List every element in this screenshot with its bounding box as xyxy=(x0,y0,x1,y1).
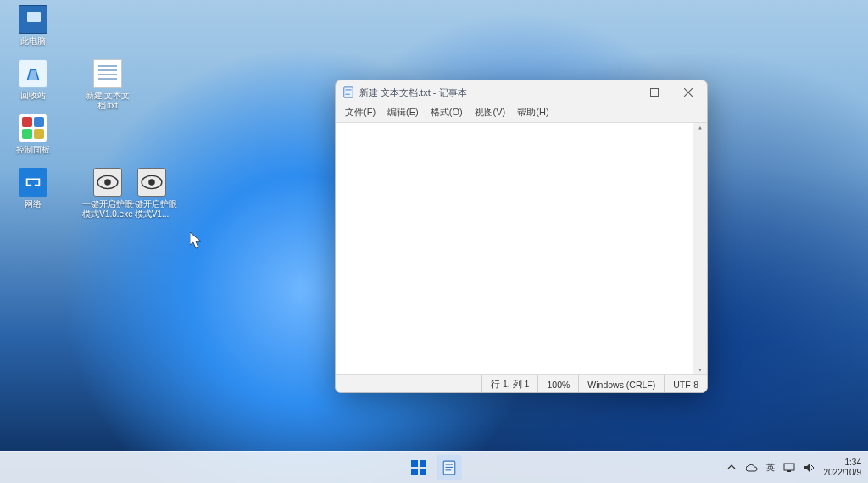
icon-label: 此电脑 xyxy=(7,36,59,47)
svg-rect-11 xyxy=(420,460,426,467)
eye-icon xyxy=(93,168,122,197)
tray-ime-language[interactable]: 英 xyxy=(766,462,775,474)
desktop-icon-text-file[interactable]: 新建 文本文档.txt xyxy=(81,59,134,111)
svg-rect-7 xyxy=(346,94,350,95)
desktop-icon-recycle-bin[interactable]: 回收站 xyxy=(7,59,59,101)
svg-point-1 xyxy=(104,179,111,186)
icon-label: 网络 xyxy=(7,199,59,209)
icon-label: 控制面板 xyxy=(7,145,59,155)
desktop-icon-network[interactable]: 网络 xyxy=(7,168,59,209)
svg-point-3 xyxy=(148,179,155,186)
mouse-cursor xyxy=(190,232,202,249)
svg-rect-9 xyxy=(651,89,659,97)
tray-chevron-icon[interactable] xyxy=(726,462,737,474)
svg-rect-12 xyxy=(411,469,418,475)
tray-volume-icon[interactable] xyxy=(804,462,815,474)
icon-label: 回收站 xyxy=(7,91,59,101)
svg-rect-15 xyxy=(446,464,453,464)
menu-file[interactable]: 文件(F) xyxy=(339,104,381,122)
svg-rect-13 xyxy=(420,469,426,475)
svg-rect-5 xyxy=(346,90,352,91)
svg-rect-16 xyxy=(446,466,453,467)
menu-format[interactable]: 格式(O) xyxy=(425,104,469,122)
scroll-up-icon[interactable]: ▴ xyxy=(698,123,702,131)
system-tray[interactable]: 英 1:34 2022/10/9 xyxy=(726,458,869,478)
vertical-scrollbar[interactable]: ▴ ▾ xyxy=(693,123,707,374)
menubar: 文件(F) 编辑(E) 格式(O) 视图(V) 帮助(H) xyxy=(336,104,707,122)
tray-date: 2022/10/9 xyxy=(824,468,862,478)
status-zoom: 100% xyxy=(537,375,578,392)
menu-view[interactable]: 视图(V) xyxy=(469,104,512,122)
text-editor[interactable]: ▴ ▾ xyxy=(336,122,707,375)
svg-rect-8 xyxy=(616,92,625,92)
network-icon xyxy=(19,168,47,197)
window-title: 新建 文本文档.txt - 记事本 xyxy=(359,86,604,99)
scroll-down-icon[interactable]: ▾ xyxy=(698,365,702,374)
desktop-icon-eye-app-2[interactable]: 一键开启护眼模式V1... xyxy=(125,168,178,219)
desktop-icon-control-panel[interactable]: 控制面板 xyxy=(7,114,59,155)
icon-label: 一键开启护眼模式V1... xyxy=(125,199,178,219)
status-eol: Windows (CRLF) xyxy=(578,375,664,392)
titlebar[interactable]: 新建 文本文档.txt - 记事本 xyxy=(336,80,707,104)
text-file-icon xyxy=(93,59,122,88)
svg-rect-6 xyxy=(346,92,352,92)
icon-label: 新建 文本文档.txt xyxy=(81,91,134,111)
notepad-window[interactable]: 新建 文本文档.txt - 记事本 文件(F) 编辑(E) 格式(O) 视图(V… xyxy=(335,80,708,393)
tray-network-icon[interactable] xyxy=(783,462,795,474)
tray-onedrive-icon[interactable] xyxy=(746,462,758,474)
minimize-button[interactable] xyxy=(604,80,637,104)
recycle-bin-icon xyxy=(19,59,47,88)
eye-icon xyxy=(137,168,166,197)
notepad-icon xyxy=(342,86,354,98)
svg-rect-17 xyxy=(446,469,452,470)
svg-rect-19 xyxy=(787,470,791,472)
close-button[interactable] xyxy=(671,80,705,104)
menu-help[interactable]: 帮助(H) xyxy=(511,104,554,122)
statusbar: 行 1, 列 1 100% Windows (CRLF) UTF-8 xyxy=(336,375,707,392)
svg-rect-10 xyxy=(411,460,418,467)
tray-time: 1:34 xyxy=(824,458,862,468)
taskbar-app-notepad[interactable] xyxy=(437,455,462,480)
menu-edit[interactable]: 编辑(E) xyxy=(381,104,425,122)
desktop-icon-this-pc[interactable]: 此电脑 xyxy=(7,5,59,47)
pc-icon xyxy=(19,5,47,34)
desktop[interactable]: 此电脑 回收站 控制面板 网络 新建 文本文档.txt 一键开启护眼模式V1.0… xyxy=(0,0,868,483)
maximize-button[interactable] xyxy=(637,80,671,104)
status-encoding: UTF-8 xyxy=(664,375,707,392)
control-panel-icon xyxy=(19,114,47,142)
taskbar[interactable]: 英 1:34 2022/10/9 xyxy=(0,451,868,483)
start-button[interactable] xyxy=(406,455,431,480)
status-position: 行 1, 列 1 xyxy=(481,375,537,392)
tray-clock[interactable]: 1:34 2022/10/9 xyxy=(824,458,862,478)
svg-rect-18 xyxy=(784,464,794,470)
